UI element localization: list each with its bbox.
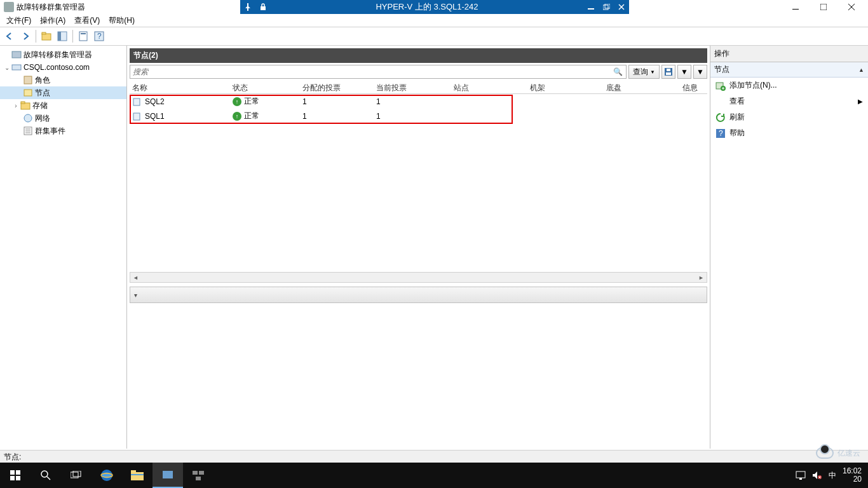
grid-body: SQL2 ↑正常 1 1 SQL1 ↑正常 1 1 — [130, 94, 707, 272]
toolbar-up-button[interactable] — [39, 29, 53, 43]
toolbar-showhide-tree-button[interactable] — [55, 29, 69, 43]
action-view[interactable]: 查看 ▶ — [710, 93, 868, 109]
col-name[interactable]: 名称 — [130, 81, 230, 93]
table-row[interactable]: SQL2 ↑正常 1 1 — [130, 94, 707, 109]
action-add-node[interactable]: 添加节点(N)... — [710, 78, 868, 93]
taskbar-explorer[interactable] — [122, 463, 153, 488]
storage-icon — [20, 100, 31, 111]
svg-rect-47 — [796, 471, 805, 478]
tree-nodes[interactable]: 节点 — [0, 86, 126, 99]
task-view-button[interactable] — [61, 463, 92, 488]
host-maximize-button[interactable] — [810, 0, 837, 14]
taskbar-app[interactable] — [183, 463, 214, 488]
tray-network-icon[interactable] — [796, 471, 806, 480]
taskbar-cluster-manager[interactable] — [153, 463, 183, 488]
menu-view[interactable]: 查看(V) — [71, 14, 104, 27]
svg-text:?: ? — [719, 129, 723, 138]
table-row[interactable]: SQL1 ↑正常 1 1 — [130, 109, 707, 123]
search-box[interactable]: 🔍 — [130, 65, 627, 79]
svg-text:?: ? — [97, 32, 102, 41]
svg-rect-32 — [16, 470, 20, 475]
expand-icon[interactable]: › — [11, 102, 20, 109]
toolbar: ? — [0, 27, 868, 46]
nav-forward-button[interactable] — [18, 29, 32, 43]
svg-rect-1 — [588, 8, 594, 10]
svg-rect-37 — [73, 471, 81, 477]
tray-ime[interactable]: 中 — [829, 470, 836, 481]
host-close-button[interactable] — [837, 0, 865, 14]
roles-icon — [23, 75, 33, 85]
svg-rect-42 — [131, 474, 144, 475]
save-button[interactable] — [661, 65, 675, 79]
svg-rect-40 — [131, 472, 144, 480]
status-up-icon: ↑ — [233, 97, 241, 106]
tree-cluster-events[interactable]: 群集事件 — [0, 125, 126, 137]
col-state[interactable]: 状态 — [230, 81, 300, 93]
horizontal-scrollbar[interactable]: ◄ ► — [130, 272, 707, 283]
search-input[interactable] — [133, 67, 613, 76]
action-refresh[interactable]: 刷新 — [710, 109, 868, 125]
host-minimize-button[interactable] — [782, 0, 810, 14]
vm-restore-button[interactable] — [599, 0, 614, 14]
server-icon — [132, 111, 142, 121]
details-collapse-bar[interactable]: ▾ — [130, 287, 707, 303]
svg-rect-44 — [193, 471, 198, 475]
toolbar-properties-button[interactable] — [76, 29, 90, 43]
tree-cluster[interactable]: ⌄ CSQL.contoso.com — [0, 61, 126, 74]
networks-icon — [23, 113, 33, 123]
save-dropdown-button[interactable]: ▼ — [677, 65, 691, 79]
svg-rect-33 — [10, 476, 15, 480]
menu-file[interactable]: 文件(F) — [3, 14, 35, 27]
vm-close-button[interactable] — [614, 0, 629, 14]
menu-help[interactable]: 帮助(H) — [105, 14, 139, 27]
tray-volume-icon[interactable] — [812, 471, 822, 480]
search-icon[interactable]: 🔍 — [613, 67, 623, 76]
svg-rect-45 — [199, 471, 204, 475]
col-current[interactable]: 当前投票 — [374, 81, 451, 93]
list-options-button[interactable]: ▼ — [693, 65, 707, 79]
actions-group-header[interactable]: 节点 ▲ — [710, 62, 868, 78]
nav-back-button[interactable] — [3, 29, 17, 43]
svg-rect-34 — [16, 476, 20, 480]
toolbar-help-button[interactable]: ? — [92, 29, 106, 43]
action-help[interactable]: ? 帮助 — [710, 125, 868, 141]
col-rack[interactable]: 机架 — [527, 81, 604, 93]
tray-clock[interactable]: 16:02 20 — [843, 467, 862, 484]
app-icon — [4, 2, 14, 12]
scroll-right-icon[interactable]: ► — [696, 273, 707, 282]
svg-rect-16 — [24, 76, 32, 84]
scroll-left-icon[interactable]: ◄ — [130, 273, 141, 282]
tree-roles[interactable]: 角色 — [0, 74, 126, 86]
menu-action[interactable]: 操作(A) — [36, 14, 69, 27]
lock-icon[interactable] — [255, 0, 271, 14]
events-icon — [23, 126, 33, 136]
svg-rect-7 — [42, 32, 46, 34]
svg-rect-0 — [261, 6, 266, 10]
svg-rect-14 — [12, 51, 21, 58]
actions-pane: 操作 节点 ▲ 添加节点(N)... 查看 ▶ 刷新 ? 帮助 — [710, 46, 868, 449]
svg-rect-17 — [24, 90, 32, 96]
tree-storage[interactable]: › 存储 — [0, 99, 126, 112]
col-info[interactable]: 信息 — [680, 81, 707, 93]
tree-root[interactable]: 故障转移群集管理器 — [0, 48, 126, 61]
search-button[interactable] — [31, 463, 61, 488]
grid-header: 名称 状态 分配的投票 当前投票 站点 机架 底盘 信息 — [130, 81, 707, 94]
app-title: 故障转移群集管理器 — [17, 2, 85, 13]
pin-icon[interactable] — [240, 0, 255, 14]
col-chassis[interactable]: 底盘 — [604, 81, 680, 93]
vm-minimize-button[interactable] — [583, 0, 599, 14]
svg-rect-46 — [196, 477, 201, 480]
submenu-icon: ▶ — [858, 98, 863, 105]
taskbar-ie[interactable] — [92, 463, 122, 488]
tree-networks[interactable]: 网络 — [0, 112, 126, 125]
col-site[interactable]: 站点 — [451, 81, 527, 93]
query-button[interactable]: 查询▼ — [628, 65, 660, 79]
status-up-icon: ↑ — [233, 112, 241, 121]
svg-point-35 — [41, 471, 48, 477]
collapse-icon[interactable]: ▲ — [858, 67, 864, 73]
expand-icon[interactable]: ⌄ — [3, 64, 11, 71]
col-assigned[interactable]: 分配的投票 — [300, 81, 374, 93]
vm-connection-bar: HYPER-V 上的 3.SQL1-242 — [240, 0, 629, 14]
start-button[interactable] — [0, 463, 31, 488]
svg-rect-36 — [71, 472, 78, 478]
